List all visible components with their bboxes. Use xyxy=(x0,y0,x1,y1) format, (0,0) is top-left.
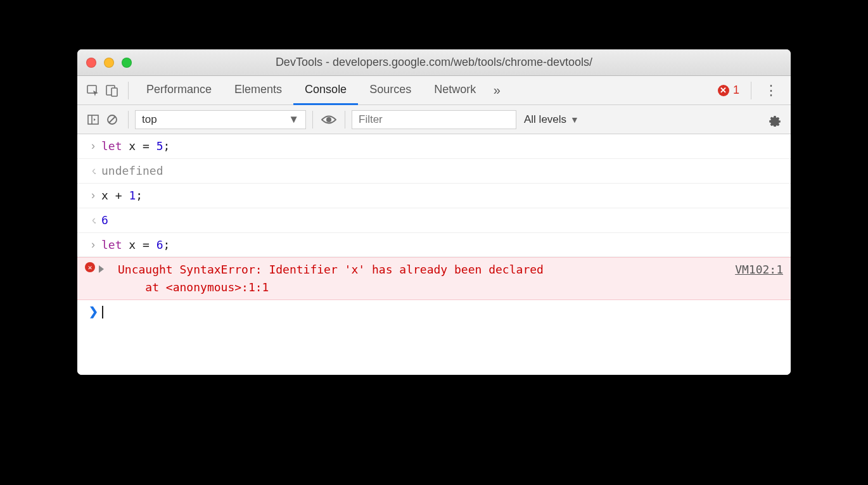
console-output-row[interactable]: ‹․6 xyxy=(77,208,791,233)
svg-rect-3 xyxy=(88,115,98,124)
dropdown-triangle-icon: ▼ xyxy=(288,113,299,126)
console-settings-icon[interactable] xyxy=(765,110,784,129)
clear-console-icon[interactable] xyxy=(103,110,122,129)
error-icon: ✕ xyxy=(718,85,729,96)
console-prompt-row[interactable]: ❯ xyxy=(77,300,791,324)
window-title: DevTools - developers.google.com/web/too… xyxy=(77,56,791,69)
console-output[interactable]: ›let x = 5;‹․undefined›x + 1;‹․6›let x =… xyxy=(77,134,791,375)
divider xyxy=(751,82,751,99)
tab-performance[interactable]: Performance xyxy=(135,76,223,105)
levels-label: All levels xyxy=(524,113,566,126)
show-console-sidebar-icon[interactable] xyxy=(84,110,103,129)
error-message: Uncaught SyntaxError: Identifier 'x' has… xyxy=(118,261,726,296)
error-source-link[interactable]: VM102:1 xyxy=(726,261,783,279)
log-content: 6 xyxy=(101,211,783,229)
minimize-window-button[interactable] xyxy=(104,58,114,68)
input-chevron-icon: › xyxy=(85,236,101,254)
divider xyxy=(312,111,313,129)
log-content: undefined xyxy=(101,162,783,180)
filter-input[interactable] xyxy=(352,110,516,129)
inspect-element-icon[interactable] xyxy=(84,81,103,100)
log-levels-select[interactable]: All levels ▼ xyxy=(516,113,587,126)
console-error-row[interactable]: ✕ Uncaught SyntaxError: Identifier 'x' h… xyxy=(77,257,791,300)
input-chevron-icon: › xyxy=(85,137,101,155)
devtools-window: DevTools - developers.google.com/web/too… xyxy=(77,49,791,375)
log-content: x + 1; xyxy=(101,187,783,205)
svg-line-6 xyxy=(109,117,115,123)
console-input-row[interactable]: ›let x = 5; xyxy=(77,134,791,159)
error-count-badge[interactable]: ✕ 1 xyxy=(713,84,744,97)
error-count: 1 xyxy=(733,84,739,97)
context-value: top xyxy=(142,113,157,126)
window-controls xyxy=(86,58,132,68)
main-tabbar: PerformanceElementsConsoleSourcesNetwork… xyxy=(77,76,791,105)
panel-tabs: PerformanceElementsConsoleSourcesNetwork xyxy=(135,76,487,104)
divider xyxy=(128,111,129,129)
output-chevron-icon: ‹․ xyxy=(85,162,101,180)
dropdown-triangle-icon: ▼ xyxy=(570,115,579,125)
close-window-button[interactable] xyxy=(86,58,96,68)
divider xyxy=(128,82,129,99)
live-expression-icon[interactable] xyxy=(319,110,338,129)
tabs-overflow-button[interactable]: » xyxy=(487,81,506,100)
svg-rect-2 xyxy=(112,88,117,96)
titlebar: DevTools - developers.google.com/web/too… xyxy=(77,49,791,76)
input-chevron-icon: › xyxy=(85,187,101,205)
console-output-row[interactable]: ‹․undefined xyxy=(77,159,791,184)
device-toolbar-icon[interactable] xyxy=(103,81,122,100)
tab-sources[interactable]: Sources xyxy=(358,76,423,105)
log-content: let x = 5; xyxy=(101,137,783,155)
console-input[interactable] xyxy=(101,303,783,321)
svg-point-7 xyxy=(326,117,331,122)
error-icon: ✕ xyxy=(85,262,95,272)
execution-context-select[interactable]: top ▼ xyxy=(135,110,306,129)
tab-elements[interactable]: Elements xyxy=(223,76,293,105)
zoom-window-button[interactable] xyxy=(122,58,132,68)
log-content: let x = 6; xyxy=(101,236,783,254)
console-input-row[interactable]: ›x + 1; xyxy=(77,184,791,208)
prompt-chevron-icon: ❯ xyxy=(85,303,101,321)
disclosure-triangle-icon[interactable] xyxy=(99,265,104,273)
more-options-icon[interactable]: ⋮ xyxy=(758,82,784,99)
console-toolbar: top ▼ All levels ▼ xyxy=(77,105,791,134)
console-input-row[interactable]: ›let x = 6; xyxy=(77,233,791,258)
output-chevron-icon: ‹․ xyxy=(85,211,101,229)
tab-console[interactable]: Console xyxy=(293,76,358,105)
tab-network[interactable]: Network xyxy=(423,76,487,105)
divider xyxy=(345,111,345,129)
